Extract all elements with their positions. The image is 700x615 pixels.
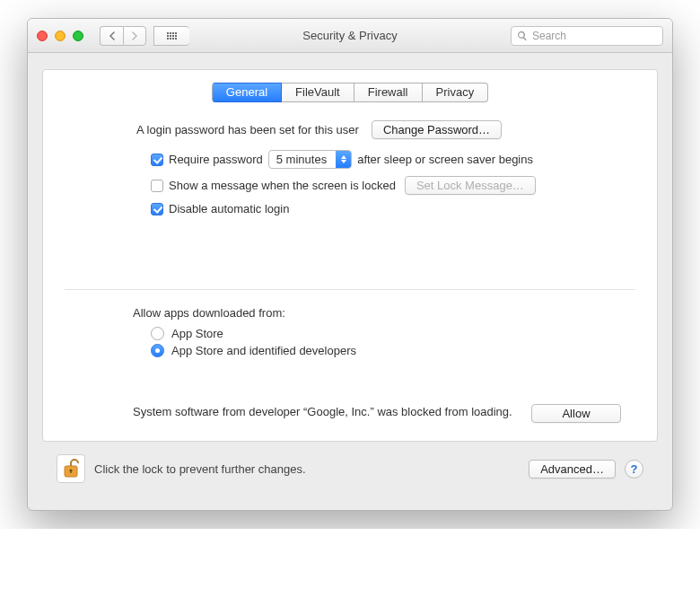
help-button[interactable]: ?	[625, 460, 643, 479]
allow-button[interactable]: Allow	[531, 404, 621, 423]
back-button[interactable]	[100, 26, 123, 46]
window-controls	[37, 31, 83, 41]
radio-icon	[151, 344, 164, 357]
tab-general[interactable]: General	[212, 83, 282, 102]
show-message-label: Show a message when the screen is locked	[169, 179, 396, 192]
show-message-checkbox[interactable]	[151, 180, 163, 192]
chevron-left-icon	[109, 31, 116, 40]
security-privacy-window: Security & Privacy Search General FileVa…	[27, 18, 673, 511]
disable-autologin-row: Disable automatic login	[151, 202, 621, 215]
require-password-checkbox[interactable]	[151, 154, 163, 166]
require-password-delay-value: 5 minutes	[269, 151, 336, 168]
set-lock-message-button: Set Lock Message…	[405, 176, 536, 195]
require-password-delay-select[interactable]: 5 minutes	[268, 150, 352, 169]
tabs: General FileVault Firewall Privacy	[43, 83, 657, 102]
search-input[interactable]: Search	[511, 26, 663, 46]
svg-rect-2	[70, 470, 71, 473]
show-all-group	[153, 26, 189, 46]
lock-open-icon	[62, 459, 80, 479]
radio-icon	[151, 327, 164, 340]
show-all-button[interactable]	[153, 26, 189, 46]
nav-back-forward	[100, 26, 146, 46]
titlebar: Security & Privacy Search	[28, 19, 672, 53]
show-message-row: Show a message when the screen is locked…	[151, 176, 621, 195]
tab-privacy[interactable]: Privacy	[423, 83, 489, 102]
gatekeeper-option-label: App Store	[171, 327, 223, 340]
gatekeeper-option-label: App Store and identified developers	[171, 344, 356, 357]
gatekeeper-section: Allow apps downloaded from: App Store Ap…	[43, 290, 657, 368]
minimize-icon[interactable]	[55, 31, 66, 41]
gatekeeper-heading: Allow apps downloaded from:	[133, 306, 621, 320]
content: General FileVault Firewall Privacy A log…	[28, 53, 672, 510]
disable-autologin-label: Disable automatic login	[169, 202, 289, 215]
stepper-icon	[336, 151, 351, 168]
chevron-right-icon	[131, 31, 138, 40]
change-password-button[interactable]: Change Password…	[372, 120, 502, 139]
login-password-row: A login password has been set for this u…	[136, 120, 621, 139]
panel: General FileVault Firewall Privacy A log…	[42, 69, 658, 442]
require-password-prefix: Require password	[169, 153, 263, 166]
login-password-text: A login password has been set for this u…	[136, 123, 359, 136]
close-icon[interactable]	[37, 31, 48, 41]
tab-firewall[interactable]: Firewall	[354, 83, 423, 102]
zoom-icon[interactable]	[73, 31, 83, 41]
lock-message: Click the lock to prevent further change…	[94, 462, 306, 476]
footer: Click the lock to prevent further change…	[42, 442, 658, 497]
advanced-button[interactable]: Advanced…	[529, 460, 616, 479]
gatekeeper-option-identified[interactable]: App Store and identified developers	[151, 344, 621, 357]
grid-icon	[167, 32, 177, 40]
tab-filevault[interactable]: FileVault	[282, 83, 354, 102]
blocked-software-row: System software from developer “Google, …	[43, 368, 657, 423]
login-section: A login password has been set for this u…	[43, 120, 657, 244]
gatekeeper-option-appstore[interactable]: App Store	[151, 327, 621, 340]
search-placeholder: Search	[532, 30, 566, 42]
forward-button[interactable]	[123, 26, 146, 46]
search-icon	[517, 31, 528, 41]
blocked-software-text: System software from developer “Google, …	[133, 404, 513, 419]
require-password-suffix: after sleep or screen saver begins	[357, 153, 533, 166]
require-password-row: Require password 5 minutes after sleep o…	[151, 150, 621, 169]
disable-autologin-checkbox[interactable]	[151, 203, 163, 215]
lock-button[interactable]	[57, 454, 85, 483]
